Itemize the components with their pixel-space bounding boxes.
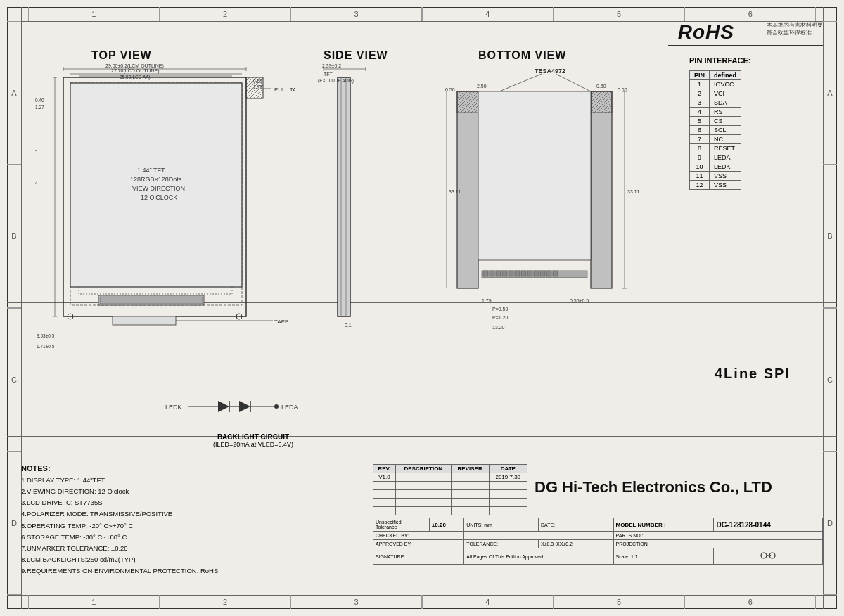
svg-text:128RGB×128Dots: 128RGB×128Dots [130,176,182,183]
pin-table-row: 4RS [690,108,741,117]
svg-rect-66 [546,271,551,276]
model-number-label: MODEL NUMBER : [613,518,714,532]
svg-text:LEDA: LEDA [281,404,298,411]
svg-text:TESA4972: TESA4972 [535,68,565,75]
notes-list: 1.DISPLAY TYPE: 1.44"TFT2.VIEWING DIRECT… [21,475,359,577]
pin-table: PIN defined 1IOVCC2VCI3SDA4RS5CS6SCL7NC8… [689,70,741,190]
tolerance-val: X±0.3 .XX±0.2 [538,540,613,548]
svg-text:1.71±0.5: 1.71±0.5 [37,344,55,349]
notes-title: NOTES: [21,464,359,473]
svg-text:33.11: 33.11 [449,189,461,194]
rohs-line2: 符合欧盟环保标准 [767,29,823,37]
pin-table-row: 12VSS [690,181,741,190]
rohs-line1: 本基準的有害材料明要 [767,21,823,29]
col-2-top: 2 [160,7,291,21]
svg-rect-60 [509,271,513,276]
row-d-right: D [823,451,837,595]
svg-text:1.44" TFT: 1.44" TFT [137,167,165,174]
rev-rev: V1.0 [373,473,396,482]
pin-name: RS [710,108,741,117]
pin-name: VSS [710,181,741,190]
svg-line-49 [556,74,591,91]
notes-section: NOTES: 1.DISPLAY TYPE: 1.44"TFT2.VIEWING… [21,464,359,577]
svg-text:3.53±0.5: 3.53±0.5 [37,333,55,338]
pin-number: 5 [690,117,710,126]
company-name: DG Hi-Tech Electronics Co., LTD [535,478,823,496]
svg-text:P=1.20: P=1.20 [492,315,508,320]
svg-text:LEDK: LEDK [165,404,182,411]
unspecified-label: UnspecifiedTolerance [373,518,430,532]
tolerance-value: ±0.20 [429,518,463,532]
column-markers-top: 1 2 3 4 5 6 [7,7,837,21]
scale-symbol [714,548,823,565]
pin-table-row: 6SCL [690,126,741,135]
parts-no: PARTS NO.: [613,532,822,540]
info-table-block: UnspecifiedTolerance ±0.20 UNITS: mm DAT… [373,518,823,565]
rev-table-row: V1.0 2019.7.30 [373,473,528,482]
col-6-top: 6 [684,7,816,21]
row-a-right: A [823,21,837,165]
svg-text:0.65: 0.65 [253,79,262,84]
projection-label: PROJECTION [613,540,822,548]
rev-col-rev: REV. [373,465,396,473]
rohs-section: RoHS 本基準的有害材料明要 符合欧盟环保标准 [668,21,823,46]
svg-line-48 [499,74,542,91]
pin-number: 7 [690,135,710,144]
pin-number: 2 [690,89,710,98]
pin-number: 3 [690,98,710,108]
side-view-title: SIDE VIEW [324,49,388,62]
pin-table-row: 10LEDK [690,162,741,172]
svg-marker-86 [218,401,229,412]
svg-text:33.11: 33.11 [627,189,640,194]
col-2-bottom: 2 [160,595,291,609]
tolerance-label: TOLERANCE: [464,540,539,548]
pin-name: LEDA [710,153,741,162]
pin-name: NC [710,135,741,144]
svg-text:27.70(LCD OUTLINE): 27.70(LCD OUTLINE) [111,68,159,74]
col-5-bottom: 5 [554,595,685,609]
svg-point-96 [769,553,775,558]
svg-text:1.27: 1.27 [35,105,44,110]
row-a-left: A [7,21,21,165]
row-b-left: B [7,165,21,308]
col-3-top: 3 [290,7,422,21]
pin-table-row: 9LEDA [690,153,741,162]
rev-desc [395,473,451,482]
col-1-top: 1 [28,7,160,21]
svg-text:0.40: 0.40 [35,98,44,103]
svg-text:2.39±0.2: 2.39±0.2 [322,63,341,68]
svg-text:P=0.50: P=0.50 [492,307,508,312]
pin-table-row: 3SDA [690,98,741,108]
svg-text:1.79: 1.79 [482,298,492,303]
bottom-view-title: BOTTOM VIEW [478,49,566,62]
pin-col-header-def: defined [710,71,741,80]
note-item: 1.DISPLAY TYPE: 1.44"TFT [21,475,359,486]
svg-text:VIEW DIRECTION: VIEW DIRECTION [132,185,185,192]
units-label: UNITS: mm [464,518,539,532]
pin-name: RESET [710,144,741,153]
svg-rect-64 [534,271,539,276]
rev-empty-row [373,490,528,499]
pin-number: 4 [690,108,710,117]
top-view-drawing: PULL TAPE TAPE 1.44" TFT 128RGB×128Dots … [35,63,295,380]
svg-text:25.50(LCD AA): 25.50(LCD AA) [120,75,151,80]
scale-label: Scale: 1:1 [613,548,714,565]
svg-text:PULL TAPE: PULL TAPE [274,86,295,93]
pin-name: IOVCC [710,80,741,89]
pin-interface-section: PIN INTERFACE: PIN defined 1IOVCC2VCI3SD… [689,56,823,190]
pin-number: 11 [690,172,710,181]
pin-table-row: 7NC [690,135,741,144]
svg-text:34.41±0.2(LCM OUTLINE): 34.41±0.2(LCM OUTLINE) [35,150,37,204]
pin-table-row: 2VCI [690,89,741,98]
column-markers-bottom: 1 2 3 4 5 6 [7,595,837,609]
note-item: 9.REQUIREMENTS ON ENVIRONMENTAL PROTECTI… [21,565,359,577]
svg-text:(EXCLUDE AOG): (EXCLUDE AOG) [318,78,354,84]
svg-text:0.50: 0.50 [596,84,606,89]
svg-text:TAPE: TAPE [274,319,288,325]
col-1-bottom: 1 [28,595,160,609]
pin-name: CS [710,117,741,126]
svg-rect-37 [338,77,350,316]
svg-text:0.1: 0.1 [345,323,352,328]
bottom-view-drawing: TESA4972 [443,63,654,380]
svg-point-92 [274,404,279,409]
